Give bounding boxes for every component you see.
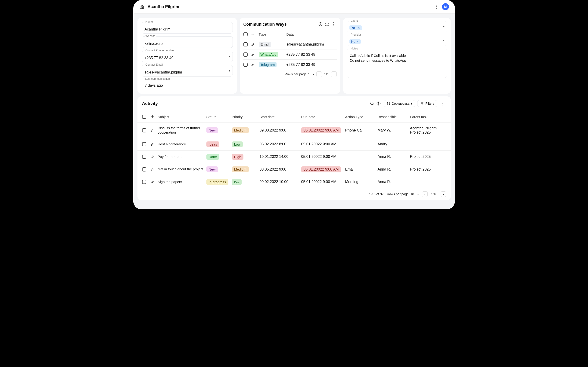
activity-row: Discuss the terms of further cooperation… xyxy=(138,123,451,138)
col-priority: Priority xyxy=(232,115,260,119)
row-checkbox[interactable] xyxy=(142,167,146,171)
chevron-down-icon[interactable]: ▾ xyxy=(443,25,445,28)
help-icon[interactable] xyxy=(317,21,324,27)
phone-field[interactable]: Contact Phone number +235 77 82 33 49 ▾ xyxy=(142,51,233,62)
priority-badge: Low xyxy=(232,142,243,147)
status-badge: Ideas xyxy=(207,142,220,147)
svg-point-10 xyxy=(378,104,378,105)
client-field[interactable]: Client Yes ✕ ▾ xyxy=(347,21,447,32)
chevron-down-icon[interactable]: ▾ xyxy=(443,39,445,42)
parent-task-link[interactable]: Project 2025 xyxy=(410,155,446,159)
home-icon[interactable] xyxy=(139,4,144,9)
rows-per-page[interactable]: Rows per page: 5 xyxy=(285,72,310,76)
type-badge: Email xyxy=(259,42,271,47)
edit-icon[interactable] xyxy=(250,52,255,57)
provider-field[interactable]: Provider No ✕ ▾ xyxy=(347,35,447,46)
more-icon[interactable] xyxy=(434,4,439,9)
row-checkbox[interactable] xyxy=(243,42,248,46)
start-date: 09.08.2022 9:00 xyxy=(260,128,301,133)
row-checkbox[interactable] xyxy=(142,180,146,184)
chevron-down-icon[interactable]: ▾ xyxy=(417,192,419,196)
prev-page-button[interactable]: ‹ xyxy=(422,191,428,197)
provider-chip[interactable]: No ✕ xyxy=(349,39,361,44)
more-icon[interactable] xyxy=(330,21,337,27)
subject: Get in touch about the project xyxy=(158,167,207,171)
row-checkbox[interactable] xyxy=(243,63,248,67)
priority-badge: High xyxy=(232,154,244,160)
website-field[interactable]: Website kalina.aero xyxy=(142,36,233,48)
lastcomm-label: Last communication xyxy=(144,77,171,80)
col-start: Start date xyxy=(260,115,301,119)
row-checkbox[interactable] xyxy=(243,52,248,57)
chevron-down-icon[interactable]: ▾ xyxy=(229,69,230,72)
responsible: Andry xyxy=(378,142,410,146)
avatar[interactable]: M xyxy=(442,3,449,10)
client-chip-value: Yes xyxy=(351,26,357,30)
page-indicator: 1/10 xyxy=(431,192,437,196)
client-chip[interactable]: Yes ✕ xyxy=(349,25,362,30)
type-badge: WhatsApp xyxy=(259,52,278,57)
rows-per-page[interactable]: Rows per page: 10 xyxy=(387,192,414,196)
responsible: Anna R. xyxy=(378,155,410,159)
row-checkbox[interactable] xyxy=(142,155,146,159)
more-icon[interactable] xyxy=(440,100,446,107)
help-icon[interactable] xyxy=(375,100,382,107)
activity-row: Sign the papers In progress low 09.02.20… xyxy=(138,176,451,188)
select-all-checkbox[interactable] xyxy=(142,115,146,119)
filters-button[interactable]: Filters xyxy=(417,100,437,107)
email-field[interactable]: Contact Email sales@acantha.pilgrim ▾ xyxy=(142,65,233,76)
comm-row: Telegram +235 77 82 33 49 xyxy=(243,59,337,70)
note-line: Call to Adelle if Collins isn't availabl… xyxy=(350,53,444,58)
details-card: Name Acantha Pilgrim Website kalina.aero… xyxy=(138,18,237,94)
svg-point-8 xyxy=(371,102,373,105)
close-icon[interactable]: ✕ xyxy=(358,26,360,29)
due-date: 05.01.20022 9:00 AM xyxy=(301,180,337,184)
status-badge: In progress xyxy=(207,179,228,185)
due-date: 05.01.20022 9:00 AM xyxy=(301,127,341,133)
due-date: 05.01.20022 9:00 AM xyxy=(301,167,341,172)
activity-title: Activity xyxy=(142,101,369,106)
expand-icon[interactable] xyxy=(324,21,330,27)
activity-card: Activity Сортировка ▾ Filters xyxy=(138,96,451,200)
edit-icon[interactable] xyxy=(150,128,155,133)
parent-task-link[interactable]: Project 2025 xyxy=(410,167,446,171)
edit-icon[interactable] xyxy=(150,154,155,159)
next-page-button[interactable]: › xyxy=(441,191,446,197)
add-row-button[interactable] xyxy=(250,32,255,37)
parent-task-link[interactable]: Acantha Piligrim Project 2025 xyxy=(410,126,446,134)
add-activity-button[interactable] xyxy=(150,114,155,119)
start-date: 09.02.2022 10:00 xyxy=(260,180,301,184)
activity-row: Host a conference Ideas Low 05.02.2022 8… xyxy=(138,138,451,150)
note-line: Do not send messages to WhatsApp xyxy=(350,58,444,63)
search-icon[interactable] xyxy=(369,100,375,107)
svg-point-2 xyxy=(436,8,437,8)
comm-title: Communication Ways xyxy=(243,22,317,27)
notes-field[interactable]: Notes Call to Adelle if Collins isn't av… xyxy=(347,49,447,78)
chevron-down-icon[interactable]: ▾ xyxy=(229,55,230,58)
edit-icon[interactable] xyxy=(150,167,155,172)
svg-point-4 xyxy=(320,25,320,25)
edit-icon[interactable] xyxy=(150,142,155,147)
prev-page-button[interactable]: ‹ xyxy=(316,71,322,77)
edit-icon[interactable] xyxy=(250,62,255,67)
comm-row: WhatsApp +235 77 82 33 49 xyxy=(243,49,337,59)
next-page-button[interactable]: › xyxy=(331,71,337,77)
name-field[interactable]: Name Acantha Pilgrim xyxy=(142,22,233,33)
col-data: Data xyxy=(286,32,337,36)
type-badge: Telegram xyxy=(259,62,277,67)
comm-card: Communication Ways xyxy=(240,18,340,94)
name-label: Name xyxy=(145,20,154,23)
select-all-checkbox[interactable] xyxy=(243,32,248,36)
chevron-down-icon[interactable]: ▾ xyxy=(312,72,314,76)
svg-point-11 xyxy=(442,101,443,102)
svg-point-6 xyxy=(333,24,334,25)
status-badge: Done xyxy=(207,154,219,160)
sort-button[interactable]: Сортировка ▾ xyxy=(384,100,415,107)
edit-icon[interactable] xyxy=(150,179,155,184)
svg-point-5 xyxy=(333,22,334,23)
close-icon[interactable]: ✕ xyxy=(357,40,359,43)
row-checkbox[interactable] xyxy=(142,142,146,146)
edit-icon[interactable] xyxy=(250,42,255,47)
row-checkbox[interactable] xyxy=(142,128,146,133)
subject: Discuss the terms of further cooperation xyxy=(158,126,207,135)
